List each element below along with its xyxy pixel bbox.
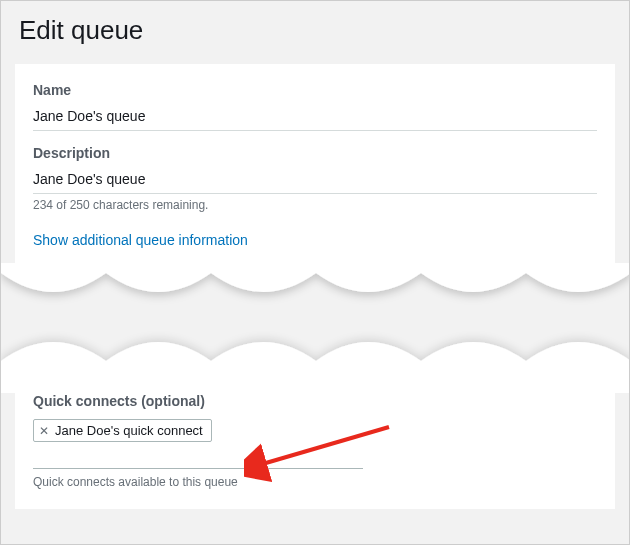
content-break-decoration (1, 265, 629, 375)
show-additional-info-link[interactable]: Show additional queue information (33, 232, 248, 248)
name-label: Name (33, 82, 597, 98)
page-title: Edit queue (1, 1, 629, 64)
chip-label: Jane Doe's quick connect (55, 423, 203, 438)
description-char-count: 234 of 250 characters remaining. (33, 198, 597, 212)
name-input[interactable]: Jane Doe's queue (33, 104, 597, 131)
quick-connects-label: Quick connects (optional) (33, 393, 597, 409)
quick-connect-chip[interactable]: ✕ Jane Doe's quick connect (33, 419, 212, 442)
quick-connects-card: Quick connects (optional) ✕ Jane Doe's q… (15, 375, 615, 509)
quick-connects-available-label: Quick connects available to this queue (33, 475, 597, 489)
description-input[interactable]: Jane Doe's queue (33, 167, 597, 194)
description-label: Description (33, 145, 597, 161)
divider (33, 468, 363, 469)
remove-chip-icon[interactable]: ✕ (39, 425, 49, 437)
queue-details-card: Name Jane Doe's queue Description Jane D… (15, 64, 615, 265)
